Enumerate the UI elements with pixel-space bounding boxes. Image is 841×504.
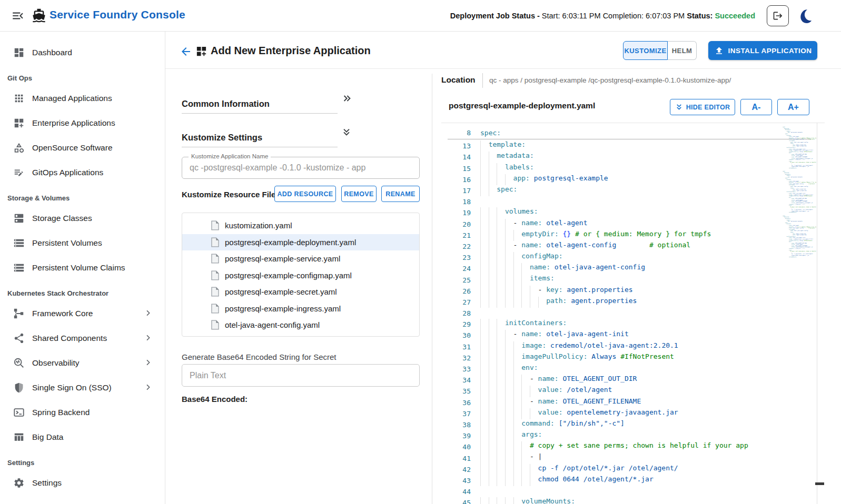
- editor-scroll-handle[interactable]: [815, 482, 824, 485]
- sidebar-section-title: Git Ops: [0, 70, 165, 86]
- sidebar-item-label: Observability: [32, 358, 80, 368]
- sidebar-item-opensource-software[interactable]: OpenSource Software: [0, 135, 165, 160]
- line-number: 23: [448, 254, 471, 261]
- file-item[interactable]: kustomization.yaml: [182, 217, 419, 234]
- code-line: 34- name: OTEL_AGENT_OUT_DIR: [448, 375, 811, 386]
- sidebar-item-framework-core[interactable]: Framework Core: [0, 301, 165, 326]
- file-item[interactable]: postgresql-example-secret.yaml: [182, 284, 419, 300]
- kustomize-app-name-input[interactable]: [182, 157, 419, 178]
- status-times: Start: 6:03:11 PM Completion: 6:07:03 PM: [540, 12, 687, 20]
- sidebar-item-big-data[interactable]: Big Data: [0, 425, 165, 449]
- code-line: 37value: opentelemetry-javaagent.jar: [448, 408, 811, 419]
- code-line: 13template:: [448, 140, 811, 152]
- editor-minimap[interactable]: spec: template: metadata: labels: app: p…: [783, 126, 816, 495]
- file-name: postgresql-example-deployment.yaml: [225, 238, 356, 247]
- chevron-right-icon: [144, 383, 152, 391]
- toggle-kustomize[interactable]: KUSTOMIZE: [623, 41, 668, 60]
- expand-section-icon[interactable]: [342, 93, 352, 104]
- chevron-right-icon: [144, 309, 152, 317]
- sidebar-item-label: Spring Backend: [32, 408, 90, 417]
- file-icon: [211, 320, 219, 330]
- code-line: 19volumes:: [448, 207, 811, 218]
- panel-divider: [432, 74, 432, 504]
- sidebar-section-title: Kubernetes Stack Orchestrator: [0, 285, 165, 301]
- plain-text-input[interactable]: [182, 365, 419, 386]
- code-line: 15labels:: [448, 163, 811, 174]
- line-number: 36: [448, 399, 471, 407]
- file-item[interactable]: postgresql-example-service.yaml: [182, 250, 419, 267]
- location-label: Location: [441, 75, 476, 85]
- logout-button[interactable]: [767, 5, 789, 26]
- file-name: postgresql-example-secret.yaml: [225, 287, 337, 296]
- line-number: 19: [448, 209, 471, 217]
- sidebar-item-settings[interactable]: Settings: [0, 470, 165, 495]
- collapse-section-icon[interactable]: [341, 127, 352, 137]
- sidebar-item-gitops-applications[interactable]: GitOps Applications: [0, 160, 165, 185]
- code-line: 41- |: [448, 452, 811, 463]
- share-icon: [13, 332, 25, 344]
- code-line: 35value: /otel/agent: [448, 386, 811, 397]
- sidebar-item-managed-applications[interactable]: Managed Applications: [0, 86, 165, 110]
- storage-icon: [13, 262, 25, 274]
- sidebar-item-storage-classes[interactable]: Storage Classes: [0, 206, 165, 230]
- file-icon: [211, 287, 219, 297]
- sidebar-item-label: Settings: [32, 478, 62, 488]
- kustomize-app-name-field: Kustomize Application Name: [182, 157, 420, 179]
- table-chart-icon: [13, 431, 25, 443]
- sidebar-item-observability[interactable]: Observability: [0, 350, 165, 375]
- sidebar-item-label: Enterprise Applications: [32, 118, 115, 128]
- sidebar-section-title: Storage & Volumes: [0, 190, 165, 206]
- sidebar-item-label: Storage Classes: [32, 214, 92, 223]
- back-button[interactable]: [180, 45, 192, 58]
- dark-mode-toggle[interactable]: [799, 8, 814, 23]
- line-number: 39: [448, 432, 471, 440]
- code-line: 24name: otel-java-agent-config: [448, 263, 811, 274]
- file-name: otel-java-agent-config.yaml: [225, 320, 320, 329]
- yaml-code-editor[interactable]: 8spec:13template:14metadata:15labels:16a…: [448, 127, 811, 504]
- code-line: 31image: credemol/otel-java-agent:2.20.1: [448, 341, 811, 352]
- line-number: 43: [448, 477, 471, 485]
- remove-button[interactable]: REMOVE: [341, 186, 377, 202]
- file-item[interactable]: postgresql-example-ingress.yaml: [182, 300, 419, 317]
- file-item[interactable]: otel-java-agent-config.yaml: [182, 317, 419, 334]
- status-value: Succeeded: [715, 12, 755, 20]
- sidebar-item-single-sign-on-sso[interactable]: Single Sign On (SSO): [0, 375, 165, 400]
- code-line: 29initContainers:: [448, 319, 811, 330]
- code-line: 44: [448, 486, 811, 497]
- sidebar-item-persistent-volumes[interactable]: Persistent Volumes: [0, 230, 165, 255]
- line-number: 37: [448, 410, 471, 418]
- file-item[interactable]: postgresql-example-deployment.yaml: [182, 234, 419, 251]
- line-number: 35: [448, 387, 471, 395]
- line-number: 17: [448, 187, 471, 195]
- settings-icon: [13, 477, 25, 489]
- sidebar-nav: DashboardGit OpsManaged ApplicationsEnte…: [0, 32, 165, 504]
- sidebar-item-persistent-volume-claims[interactable]: Persistent Volume Claims: [0, 255, 165, 280]
- dns-icon: [13, 213, 25, 224]
- sidebar-item-dashboard[interactable]: Dashboard: [0, 40, 165, 65]
- font-increase-button[interactable]: A+: [777, 99, 809, 115]
- line-number: 24: [448, 265, 471, 273]
- code-line: 28: [448, 308, 811, 319]
- rename-button[interactable]: RENAME: [381, 186, 420, 202]
- sidebar-item-enterprise-applications[interactable]: Enterprise Applications: [0, 110, 165, 135]
- code-line: 8spec:: [448, 127, 811, 138]
- toggle-helm[interactable]: HELM: [668, 41, 697, 60]
- sidebar-item-label: Shared Components: [32, 334, 107, 343]
- sidebar-item-shared-components[interactable]: Shared Components: [0, 326, 165, 350]
- code-line: 23configMap:: [448, 252, 811, 263]
- file-icon: [211, 254, 219, 264]
- install-application-button[interactable]: INSTALL APPLICATION: [708, 41, 817, 60]
- status-label: Status:: [687, 12, 713, 20]
- base64-section-label: Generate Base64 Encoded String for Secre…: [182, 352, 337, 361]
- sidebar-item-spring-backend[interactable]: Spring Backend: [0, 400, 165, 425]
- chevron-right-icon: [144, 358, 152, 367]
- add-resource-button[interactable]: ADD RESOURCE: [274, 186, 336, 202]
- file-item[interactable]: postgresql-example-configmap.yaml: [182, 267, 419, 284]
- line-number: 21: [448, 231, 471, 239]
- code-line: 14metadata:: [448, 152, 811, 163]
- code-line: 32imagePullPolicy: Always #IfNotPresent: [448, 352, 811, 364]
- code-line: 40# copy + set sane perms; chown is help…: [448, 441, 811, 452]
- font-decrease-button[interactable]: A-: [740, 99, 772, 115]
- menu-open-icon[interactable]: [11, 9, 25, 23]
- hide-editor-button[interactable]: HIDE EDITOR: [670, 99, 735, 115]
